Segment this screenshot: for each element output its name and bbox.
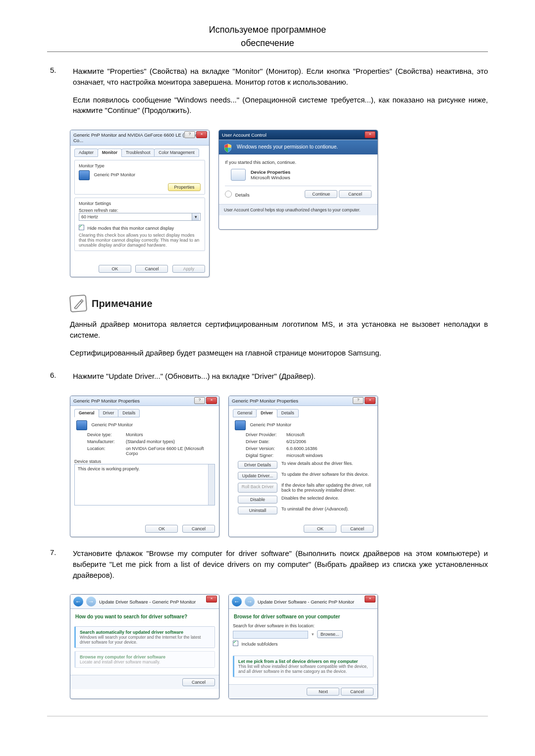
uac-banner: Windows needs your permission to contion… [219, 140, 377, 154]
disable-button[interactable]: Disable [238, 496, 277, 504]
kv-date-value: 6/21/2006 [286, 439, 374, 444]
refresh-rate-value: 60 Hertz [81, 214, 98, 219]
option-browse-sub: Locate and install driver software manua… [80, 659, 211, 664]
uac-close-icon[interactable]: × [365, 131, 375, 138]
back-arrow-icon[interactable]: ← [73, 597, 83, 606]
browse-button[interactable]: Browse... [317, 630, 343, 638]
refresh-rate-label: Screen refresh rate: [79, 208, 201, 213]
tab-adapter[interactable]: Adapter [74, 149, 98, 157]
option-pick-sub: This list will show installed driver sof… [238, 664, 369, 674]
monitor-icon [79, 170, 90, 180]
tab-monitor[interactable]: Monitor [98, 149, 122, 157]
driver-details-button[interactable]: Driver Details [238, 461, 277, 469]
tab-troubleshoot[interactable]: Troubleshoot [121, 149, 155, 157]
step-5-number: 5. [47, 66, 73, 123]
kv-mfr-value: (Standard monitor types) [126, 439, 215, 444]
driver-details-desc: To view details about the driver files. [281, 461, 374, 469]
cancel-button[interactable]: Cancel [135, 265, 168, 273]
monitor-icon [76, 420, 87, 430]
device-icon [231, 169, 246, 181]
pnp-general-dialog: Generic PnP Monitor Properties ?× Genera… [70, 396, 219, 537]
window-close-icon[interactable]: × [365, 596, 375, 603]
uninstall-desc: To uninstall the driver (Advanced). [281, 506, 374, 514]
update-driver-button[interactable]: Update Driver... [238, 472, 277, 480]
ok-button[interactable]: OK [99, 265, 131, 273]
window-help-icon[interactable]: ? [194, 397, 205, 404]
tab-driver[interactable]: Driver [99, 409, 119, 417]
next-button[interactable]: Next [307, 688, 339, 696]
pnp-general-title: Generic PnP Monitor Properties ?× [70, 396, 219, 406]
window-help-icon[interactable]: ? [353, 397, 364, 404]
step-7: 7. Установите флажок "Browse my computer… [47, 548, 488, 587]
tab-driver[interactable]: Driver [256, 409, 277, 417]
window-close-icon[interactable]: × [206, 397, 217, 404]
step-5-text-2: Если появилось сообщение "Windows needs.… [73, 95, 488, 116]
chevron-down-icon[interactable] [225, 191, 232, 198]
wizard-b-title: ← → Update Driver Software - Generic PnP… [229, 595, 377, 609]
hide-modes-label: Hide modes that this monitor cannot disp… [88, 226, 174, 231]
monitor-type-label: Monitor Type [79, 163, 201, 168]
pnp-driver-title: Generic PnP Monitor Properties ?× [229, 396, 377, 406]
uninstall-button[interactable]: Uninstall [238, 506, 277, 514]
cancel-button[interactable]: Cancel [341, 688, 374, 696]
device-status-text: This device is working properly. [78, 466, 140, 471]
page-header-line1: Используемое программное [47, 25, 488, 35]
hide-modes-checkbox[interactable] [79, 225, 84, 230]
window-close-icon[interactable]: × [206, 596, 217, 603]
monitor-dialog-title: Generic PnP Monitor and NVIDIA GeForce 6… [70, 130, 209, 146]
cancel-button[interactable]: Cancel [182, 678, 215, 686]
kv-mfr-label: Manufacturer: [87, 439, 126, 444]
option-search-automatically[interactable]: Search automatically for updated driver … [74, 626, 215, 648]
step-6-text-1: Нажмите "Update Driver..." (Обновить...)… [73, 371, 488, 382]
cancel-button[interactable]: Cancel [341, 525, 374, 533]
uac-device-name: Device Properties [251, 169, 290, 175]
continue-button[interactable]: Continue [305, 190, 337, 198]
kv-signer-label: Digital Signer: [246, 453, 286, 458]
chevron-down-icon[interactable]: ▾ [312, 632, 314, 637]
ok-button[interactable]: OK [304, 525, 336, 533]
rollback-driver-button[interactable]: Roll Back Driver [238, 483, 277, 493]
include-subfolders-checkbox[interactable] [233, 641, 238, 646]
scrollbar[interactable] [208, 464, 214, 505]
pnp-general-name: Generic PnP Monitor [92, 422, 133, 427]
kv-provider-value: Microsoft [286, 432, 374, 437]
uac-banner-text: Windows needs your permission to contion… [237, 144, 338, 150]
cancel-button[interactable]: Cancel [182, 525, 215, 533]
wizard-b-crumb: Update Driver Software - Generic PnP Mon… [258, 599, 354, 605]
tab-general[interactable]: General [233, 409, 257, 417]
uac-details-toggle[interactable]: Details [235, 192, 250, 198]
device-status-box: This device is working properly. [74, 464, 215, 505]
kv-type-value: Monitors [126, 432, 215, 437]
properties-button[interactable]: Properties [168, 183, 201, 191]
monitor-properties-dialog: Generic PnP Monitor and NVIDIA GeForce 6… [70, 130, 210, 277]
window-close-icon[interactable]: × [196, 131, 207, 138]
note-text-1: Данный драйвер монитора является сертифи… [70, 319, 488, 341]
monitor-dialog-title-text: Generic PnP Monitor and NVIDIA GeForce 6… [73, 132, 203, 143]
tab-details[interactable]: Details [118, 409, 140, 417]
apply-button[interactable]: Apply [172, 265, 205, 273]
search-location-input[interactable] [233, 631, 308, 639]
step-6: 6. Нажмите "Update Driver..." (Обновить.… [47, 371, 488, 389]
monitor-icon [235, 420, 246, 430]
include-subfolders-label: Include subfolders [242, 642, 278, 647]
kv-date-label: Driver Date: [246, 439, 286, 444]
refresh-rate-select[interactable]: 60 Hertz [79, 213, 201, 221]
option-browse-my-computer[interactable]: Browse my computer for driver software L… [74, 651, 215, 668]
option-let-me-pick[interactable]: Let me pick from a list of device driver… [233, 655, 374, 677]
uac-title-text: User Account Control [222, 132, 267, 138]
tab-details[interactable]: Details [277, 409, 299, 417]
tab-color-management[interactable]: Color Management [154, 149, 199, 157]
window-close-icon[interactable]: × [365, 397, 375, 404]
tab-general[interactable]: General [74, 409, 99, 417]
uac-title: User Account Control × [219, 130, 377, 140]
window-help-icon[interactable]: ? [184, 131, 195, 138]
wizard-b-heading: Browse for driver software on your compu… [233, 612, 374, 623]
note-text-2: Сертифицированный драйвер будет размещен… [70, 348, 488, 358]
search-location-label: Search for driver software in this locat… [233, 623, 374, 628]
uac-cancel-button[interactable]: Cancel [339, 190, 372, 198]
back-arrow-icon[interactable]: ← [232, 597, 242, 606]
document-page: Используемое программное обеспечение 5. … [0, 0, 535, 756]
ok-button[interactable]: OK [145, 525, 178, 533]
figure-row-3: ← → Update Driver Software - Generic PnP… [70, 594, 488, 699]
monitor-settings-label: Monitor Settings [79, 201, 201, 206]
